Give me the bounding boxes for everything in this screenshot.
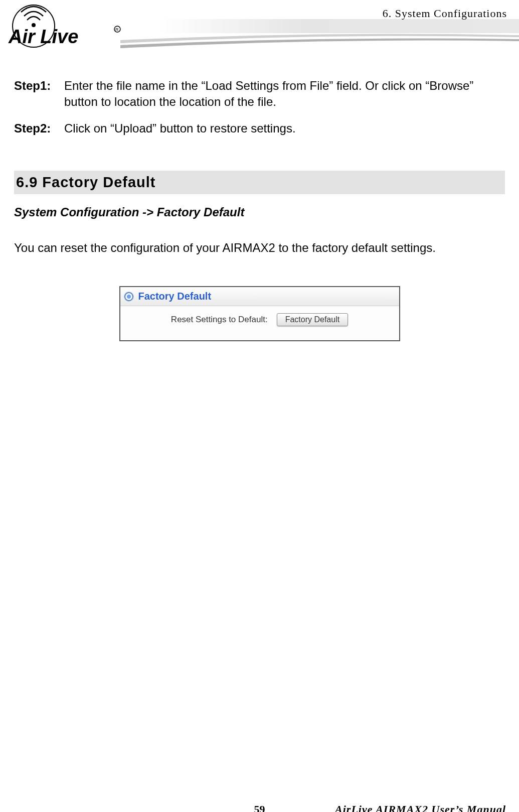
page-content: Step1: Enter the file name in the “Load … xyxy=(0,58,519,341)
step-label: Step1: xyxy=(14,78,64,110)
screenshot-panel-wrap: Factory Default Reset Settings to Defaul… xyxy=(14,286,505,341)
factory-default-button[interactable]: Factory Default xyxy=(277,313,348,326)
step-label: Step2: xyxy=(14,120,64,137)
svg-text:R: R xyxy=(115,27,119,32)
section-description: You can reset the configuration of your … xyxy=(14,240,505,256)
panel-body: Reset Settings to Default: Factory Defau… xyxy=(120,306,399,340)
panel-title-bar: Factory Default xyxy=(120,287,399,306)
reset-label: Reset Settings to Default: xyxy=(171,314,268,326)
section-heading: 6.9 Factory Default xyxy=(14,171,505,194)
bullet-icon xyxy=(124,292,133,301)
step-text: Click on “Upload” button to restore sett… xyxy=(64,120,505,137)
step-1: Step1: Enter the file name in the “Load … xyxy=(14,78,505,110)
step-label-text: Step1 xyxy=(14,79,47,92)
airlive-logo: Air Live R xyxy=(6,4,131,49)
panel-title: Factory Default xyxy=(138,290,212,303)
chapter-label: 6. System Configurations xyxy=(383,7,507,20)
manual-title: AirLive AIRMAX2 User’s Manual xyxy=(335,803,506,812)
step-2: Step2: Click on “Upload” button to resto… xyxy=(14,120,505,137)
page-header: 6. System Configurations Air Live R xyxy=(0,0,519,58)
page-number: 59 xyxy=(254,803,265,812)
svg-text:Air Live: Air Live xyxy=(8,26,78,47)
breadcrumb: System Configuration -> Factory Default xyxy=(14,204,505,220)
step-label-text: Step2 xyxy=(14,121,47,135)
header-swoosh-decoration xyxy=(120,31,519,51)
factory-default-panel: Factory Default Reset Settings to Defaul… xyxy=(119,286,400,341)
step-text: Enter the file name in the “Load Setting… xyxy=(64,78,505,110)
